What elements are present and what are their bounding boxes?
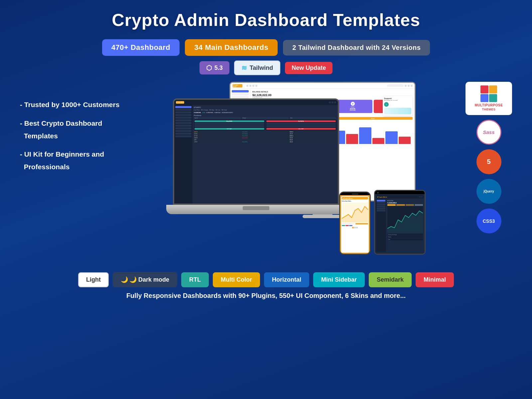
laptop-screen: ⊕ Crypto Admin xyxy=(173,98,339,205)
badge-tailwind-info: 2 Tailwind Dashboard with 24 Versions xyxy=(283,40,430,56)
tailwind-icon: ≋ xyxy=(241,64,247,72)
feature-2: - Best Crypto Dashboard Templates xyxy=(20,117,126,142)
jquery-icon: jQuery xyxy=(476,179,501,204)
tech-icons-column: MULTIPURPOSETHEMES Sass 5 jQuery CSS3 xyxy=(466,78,512,233)
phone-mockup: ⊕ Crypto Admin Intra-day Sales xyxy=(339,192,371,255)
sell-box: Sell BCN SELL LIMIT xyxy=(266,120,337,130)
sass-icon: Sass xyxy=(476,120,501,145)
dark-header: ⊕ Crypto Admin xyxy=(174,100,338,105)
dash-logo: ⊕ Crypto Admin xyxy=(232,84,242,87)
support-widget: Support We always be in touch! › xyxy=(383,96,413,116)
skins-row: Light 🌙🌙 Dark mode RTL Multi Color Horiz… xyxy=(0,272,532,287)
laravel-pill: ⬡ 5.3 xyxy=(200,61,229,74)
css3-icon: CSS3 xyxy=(476,208,501,233)
devices-container: ⊕ Crypto Admin xyxy=(166,78,426,265)
tablet-mockup: ⊕ Crypto Admin xyxy=(374,190,426,255)
badges-row: 470+ Dashboard 34 Main Dashboards 2 Tail… xyxy=(0,39,532,56)
features-section: - Trusted by 1000+ Customers - Best Cryp… xyxy=(20,78,126,177)
feature-1: - Trusted by 1000+ Customers xyxy=(20,98,126,111)
buy-title: Buy BCN xyxy=(195,120,264,122)
page-title: Crypto Admin Dashboard Templates xyxy=(7,10,525,30)
brand-logo: MULTIPURPOSETHEMES xyxy=(466,82,512,115)
dark-dashboard: ⊕ Crypto Admin xyxy=(174,100,338,203)
trade-rows: AGBUR 4.04 (2.89%) $389.25 DOTFE 4.99 (3… xyxy=(194,131,336,143)
dark-body: ETH/BTC Last Price 24h Change 24h High 2… xyxy=(174,105,338,203)
update-label: New Update xyxy=(292,65,326,71)
laravel-version-label: 5.3 xyxy=(214,65,223,71)
skin-semidark[interactable]: Semidark xyxy=(369,272,412,287)
sell-title: Sell BCN xyxy=(266,120,336,122)
dark-logo: ⊕ Crypto Admin xyxy=(176,101,184,104)
tailwind-label: Tailwind xyxy=(250,65,273,71)
moon-icon: 🌙 xyxy=(121,276,128,283)
skin-rtl[interactable]: RTL xyxy=(181,272,209,287)
skin-multi[interactable]: Multi Color xyxy=(213,272,260,287)
html5-icon: 5 xyxy=(476,149,501,174)
skin-dark[interactable]: 🌙🌙 Dark mode xyxy=(113,272,177,287)
header: Crypto Admin Dashboard Templates xyxy=(0,0,532,33)
skin-light[interactable]: Light xyxy=(78,272,109,287)
skin-mini-sidebar[interactable]: Mini Sidebar xyxy=(313,272,365,287)
dash-nav xyxy=(246,85,257,87)
monitor-base xyxy=(303,215,342,218)
skin-minimal[interactable]: Minimal xyxy=(416,272,454,287)
positions-header: Symbol Change Gain xyxy=(194,117,336,119)
balance-title: BALANCE DETAILS xyxy=(252,91,413,93)
footer-text: Fully Responsive Dashboards with 90+ Plu… xyxy=(0,292,532,300)
feature-3: - UI Kit for Beginners and Professionals xyxy=(20,148,126,173)
content-area: - Trusted by 1000+ Customers - Best Cryp… xyxy=(0,78,532,265)
laptop: ⊕ Crypto Admin xyxy=(166,98,346,214)
update-pill[interactable]: New Update xyxy=(285,62,332,74)
badge-main-dashboards[interactable]: 34 Main Dashboards xyxy=(185,39,278,56)
dark-sidebar xyxy=(174,105,193,203)
skin-horizontal[interactable]: Horizontal xyxy=(264,272,309,287)
laptop-body xyxy=(166,205,346,214)
buy-box: Buy BCN BUY LIMIT xyxy=(194,120,265,130)
badge-dashboard-count[interactable]: 470+ Dashboard xyxy=(102,39,180,56)
dark-main: ETH/BTC Last Price 24h Change 24h High 2… xyxy=(193,105,338,203)
tailwind-pill: ≋ Tailwind xyxy=(234,61,281,75)
laravel-icon: ⬡ xyxy=(206,64,212,72)
tech-pills-row: ⬡ 5.3 ≋ Tailwind New Update xyxy=(0,61,532,75)
